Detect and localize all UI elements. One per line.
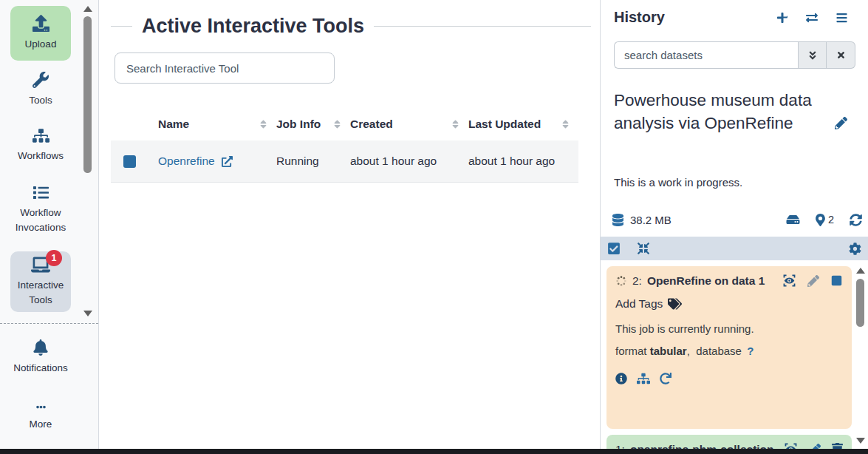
history-panel-title: History [614,9,776,26]
dataset-search-input[interactable] [614,41,798,69]
heading-rule-right [374,26,591,27]
sidebar-item-notifications[interactable]: Notifications [10,333,71,382]
wrench-icon [33,72,49,88]
spinner-icon [615,275,627,287]
sidebar-item-label: More [30,417,52,432]
external-link-icon[interactable] [222,156,233,167]
pencil-icon [835,117,847,129]
shown-count: 2 [828,214,834,226]
column-header-job-info[interactable]: Job Info [276,118,350,131]
galaxy-app: Upload Tools Workflows Workflow Invocati… [0,0,868,454]
job-info-cell: Running [276,155,350,168]
add-tags[interactable]: Add Tags [615,297,843,311]
last-updated-cell: about 1 hour ago [468,155,578,168]
create-history-button[interactable] [776,12,788,24]
display-dataset-button[interactable] [782,274,796,288]
info-icon [615,373,627,384]
scroll-down-arrow[interactable] [83,311,92,316]
scroll-up-arrow[interactable] [83,6,92,12]
dataset-list-scrollbar[interactable] [855,265,866,447]
advanced-search-button[interactable] [798,41,827,69]
interactive-tools-table: Name Job Info Created Last Updated [111,108,578,183]
row-checkbox[interactable] [123,155,136,168]
dataset-status-text: This job is currently running. [615,322,843,335]
column-header-created[interactable]: Created [350,118,468,131]
dataset-details-button[interactable] [637,373,650,384]
scrollbar-thumb[interactable] [856,279,864,327]
hamburger-icon [835,12,848,24]
tool-link[interactable]: Openrefine [158,155,215,168]
gear-icon [849,243,861,255]
trash-icon [832,443,843,449]
dataset-header[interactable]: 2: OpenRefine on data 1 [615,274,843,288]
display-dataset-button[interactable] [784,442,798,449]
database-link[interactable]: ? [747,345,753,357]
history-options-button[interactable] [835,12,848,24]
rerun-job-button[interactable] [660,373,671,384]
database-icon [612,214,624,226]
select-datasets-checkbox[interactable] [607,242,621,255]
clear-search-button[interactable] [827,41,855,69]
sidebar-item-label: Workflows [18,149,64,163]
sidebar-item-label: Tools [29,93,52,108]
plus-icon [776,12,788,24]
delete-dataset-button[interactable] [832,443,843,449]
page-heading-row: Active Interactive Tools [111,15,591,38]
history-search-group [614,41,855,69]
history-storage-row: 38.2 MB 2 [612,212,862,227]
refresh-history-button[interactable] [850,214,862,226]
history-size: 38.2 MB [630,214,671,226]
list-settings-button[interactable] [849,243,861,255]
edit-dataset-button[interactable] [809,444,821,450]
upload-icon [33,15,49,32]
sidebar-item-tools[interactable]: Tools [10,68,71,111]
dataset-list: 2: OpenRefine on data 1 Add Tags This jo… [601,260,868,449]
collapse-all-button[interactable] [638,243,649,254]
scroll-up-arrow[interactable] [856,268,865,274]
show-hidden-button[interactable] [816,214,825,226]
dataset-item-2: 2: OpenRefine on data 1 Add Tags This jo… [606,266,852,429]
storage-dashboard-button[interactable] [786,214,800,226]
sidebar-item-label: Interactive Tools [10,278,71,308]
column-header-name[interactable]: Name [158,118,276,131]
column-header-last-updated[interactable]: Last Updated [468,118,578,131]
sidebar-item-workflows[interactable]: Workflows [10,123,71,169]
switch-history-button[interactable] [805,12,819,24]
edit-history-button[interactable] [835,117,847,129]
list-icon [33,185,49,200]
sidebar-item-interactive-tools[interactable]: 1 Interactive Tools [10,251,71,312]
sidebar-item-workflow-invocations[interactable]: Workflow Invocations [10,179,71,241]
exchange-icon [805,12,819,24]
hdd-icon [786,214,800,226]
history-name[interactable]: Powerhouse museum data analysis via Open… [614,89,821,135]
laptop-icon: 1 [31,257,50,273]
sitemap-icon [637,373,650,384]
stop-square-icon [830,274,843,287]
dataset-header[interactable]: 1: openrefine-phm-collection. [615,442,843,449]
tool-name-cell: Openrefine [158,155,276,168]
display-eye-icon [784,442,798,449]
sort-icon [333,119,341,129]
pencil-icon [809,444,821,450]
map-pin-icon [816,214,825,226]
history-list-toolbar [601,237,868,260]
job-info-button[interactable] [615,373,627,384]
sidebar-item-more[interactable]: More [10,395,71,439]
dataset-name: OpenRefine on data 1 [647,274,765,288]
sort-icon [561,119,570,129]
interactive-tool-search-input[interactable] [115,52,335,84]
dataset-format-line: format tabular, database ? [615,345,843,357]
delete-dataset-button[interactable] [830,274,843,287]
sidebar-scrollbar[interactable] [81,3,95,321]
dataset-hid: 2: [632,274,642,288]
main-panel: Active Interactive Tools Name Job Info C… [99,0,600,449]
edit-dataset-button[interactable] [807,275,819,287]
scroll-down-arrow[interactable] [856,438,865,444]
heading-rule-left [111,26,132,27]
ellipsis-icon [33,402,49,412]
close-icon [836,50,846,60]
scrollbar-thumb[interactable] [83,16,92,173]
table-row: Openrefine Running about 1 hour ago abou… [111,140,578,183]
dataset-hid: 1: [615,443,625,450]
sidebar-item-upload[interactable]: Upload [10,6,71,61]
